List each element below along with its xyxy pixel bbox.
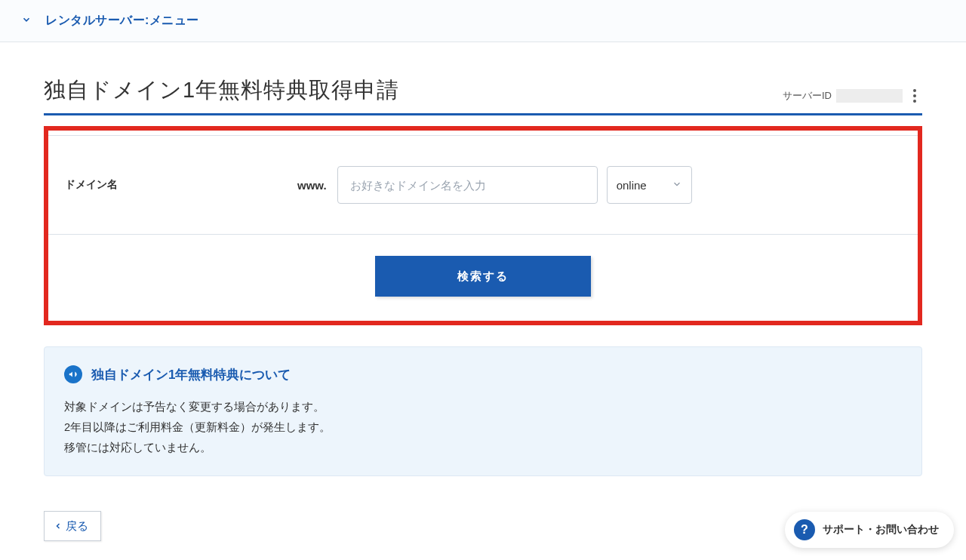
tld-selected-value: online — [617, 179, 647, 192]
search-button-row: 検索する — [48, 235, 918, 321]
info-line: 対象ドメインは予告なく変更する場合があります。 — [64, 397, 902, 417]
server-id-value — [836, 89, 903, 103]
support-label: サポート・お問い合わせ — [823, 523, 939, 537]
chevron-down-icon — [21, 14, 32, 28]
domain-search-panel: ドメイン名 www. online 検索する — [44, 126, 922, 325]
more-options-icon[interactable] — [907, 86, 922, 106]
info-line: 移管には対応していません。 — [64, 438, 902, 458]
top-menu-bar[interactable]: レンタルサーバー:メニュー — [0, 0, 966, 42]
chevron-left-icon — [54, 520, 63, 533]
info-header: 独自ドメイン1年無料特典について — [64, 365, 902, 383]
megaphone-icon — [64, 365, 82, 383]
back-label: 戻る — [66, 519, 88, 534]
domain-form-row: ドメイン名 www. online — [48, 135, 918, 235]
domain-label: ドメイン名 — [63, 178, 297, 192]
info-title: 独自ドメイン1年無料特典について — [91, 366, 291, 383]
www-prefix: www. — [297, 179, 327, 192]
domain-name-input[interactable] — [337, 166, 598, 204]
server-id-label: サーバーID — [783, 89, 832, 103]
info-body: 対象ドメインは予告なく変更する場合があります。 2年目以降はご利用料金（更新料金… — [64, 397, 902, 457]
help-icon: ? — [794, 519, 815, 540]
top-menu-label: レンタルサーバー:メニュー — [45, 13, 199, 29]
tld-select[interactable]: online — [607, 166, 692, 204]
info-notice-box: 独自ドメイン1年無料特典について 対象ドメインは予告なく変更する場合があります。… — [44, 346, 922, 476]
server-id-section: サーバーID — [783, 86, 922, 106]
page-title: 独自ドメイン1年無料特典取得申請 — [44, 75, 399, 106]
chevron-down-icon — [672, 179, 682, 192]
back-button[interactable]: 戻る — [44, 511, 101, 541]
page-header: 独自ドメイン1年無料特典取得申請 サーバーID — [44, 75, 922, 115]
search-button[interactable]: 検索する — [375, 256, 591, 297]
support-widget[interactable]: ? サポート・お問い合わせ — [785, 512, 954, 548]
info-line: 2年目以降はご利用料金（更新料金）が発生します。 — [64, 417, 902, 438]
